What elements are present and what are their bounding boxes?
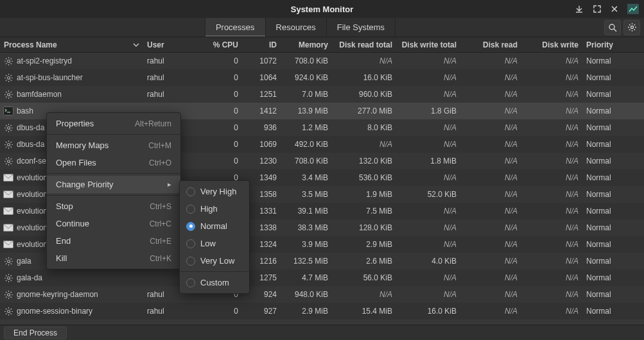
menu-continue[interactable]: Continue Ctrl+C bbox=[47, 215, 180, 232]
cell-disk-write: N/A bbox=[520, 173, 581, 182]
cell-disk-read-total: 1.9 MiB bbox=[331, 190, 395, 199]
table-row[interactable]: bamfdaemonrahul012517.0 MiB960.0 KiBN/AN… bbox=[0, 86, 644, 103]
svg-point-7 bbox=[7, 143, 10, 146]
minimize-icon[interactable] bbox=[575, 4, 584, 13]
col-disk-read[interactable]: Disk read bbox=[459, 40, 520, 49]
table-row[interactable]: gnome-keyring-daemonrahul0924948.0 KiBN/… bbox=[0, 286, 644, 303]
priority-low[interactable]: Low bbox=[180, 235, 249, 252]
cell-cpu: 0 bbox=[202, 157, 241, 166]
cell-disk-write: N/A bbox=[520, 106, 581, 115]
cell-id: 1069 bbox=[241, 140, 279, 149]
cell-cpu: 0 bbox=[202, 123, 241, 132]
cell-disk-write-total: N/A bbox=[395, 273, 459, 282]
tab-processes[interactable]: Processes bbox=[205, 18, 266, 37]
cell-disk-read-total: 128.0 KiB bbox=[331, 223, 395, 232]
cell-priority: Normal bbox=[581, 207, 632, 216]
radio-icon bbox=[186, 239, 195, 248]
col-disk-write[interactable]: Disk write bbox=[520, 40, 581, 49]
table-row[interactable]: at-spi-bus-launcherrahul01064924.0 KiB16… bbox=[0, 69, 644, 86]
cell-disk-read-total: 960.0 KiB bbox=[331, 90, 395, 99]
menu-separator bbox=[47, 195, 180, 196]
menu-properties[interactable]: Properties Alt+Return bbox=[47, 115, 180, 132]
col-id[interactable]: ID bbox=[241, 40, 279, 49]
process-icon bbox=[3, 72, 14, 83]
cell-id: 1412 bbox=[241, 106, 279, 115]
indicator-icon[interactable] bbox=[627, 4, 639, 14]
cell-disk-read-total: 277.0 MiB bbox=[331, 106, 395, 115]
process-icon bbox=[3, 305, 14, 317]
menu-end[interactable]: End Ctrl+E bbox=[47, 232, 180, 250]
cell-priority: Normal bbox=[581, 290, 632, 299]
col-priority[interactable]: Priority bbox=[581, 40, 632, 49]
cell-disk-write-total: 1.8 MiB bbox=[395, 157, 459, 166]
sort-indicator-icon bbox=[133, 43, 139, 47]
cell-disk-read-total: 536.0 KiB bbox=[331, 173, 395, 182]
process-name: bash bbox=[17, 106, 33, 115]
cell-disk-read-total: N/A bbox=[331, 56, 395, 65]
cell-memory: 708.0 KiB bbox=[279, 56, 331, 65]
menu-stop[interactable]: Stop Ctrl+S bbox=[47, 198, 180, 215]
svg-point-6 bbox=[7, 126, 10, 129]
cell-priority: Normal bbox=[581, 240, 632, 249]
svg-point-3 bbox=[7, 76, 10, 79]
cell-disk-read: N/A bbox=[459, 190, 520, 199]
priority-high[interactable]: High bbox=[180, 200, 249, 217]
cell-disk-write-total: N/A bbox=[395, 207, 459, 216]
process-name: evolution bbox=[17, 190, 48, 199]
cell-disk-read: N/A bbox=[459, 290, 520, 299]
col-cpu[interactable]: % CPU bbox=[202, 40, 241, 49]
cell-disk-write-total: N/A bbox=[395, 290, 459, 299]
maximize-icon[interactable] bbox=[593, 4, 602, 13]
priority-normal[interactable]: Normal bbox=[180, 217, 249, 235]
cell-user: rahul bbox=[144, 90, 202, 99]
cell-disk-write: N/A bbox=[520, 90, 581, 99]
process-name: evolution bbox=[17, 240, 48, 249]
priority-very-high[interactable]: Very High bbox=[180, 183, 249, 200]
svg-point-8 bbox=[7, 160, 10, 162]
table-row[interactable]: gala-da012754.7 MiB56.0 KiBN/AN/AN/ANorm… bbox=[0, 269, 644, 286]
process-name: at-spi-bus-launcher bbox=[17, 73, 83, 82]
tab-resources[interactable]: Resources bbox=[266, 18, 327, 37]
cell-disk-write: N/A bbox=[520, 307, 581, 316]
radio-icon bbox=[186, 205, 195, 214]
process-icon bbox=[3, 272, 14, 284]
close-icon[interactable] bbox=[611, 5, 618, 13]
menu-separator bbox=[180, 271, 249, 272]
cell-disk-read-total: 2.6 MiB bbox=[331, 257, 395, 266]
cell-disk-read: N/A bbox=[459, 123, 520, 132]
process-name: dbus-da bbox=[17, 140, 44, 149]
col-user[interactable]: User bbox=[144, 40, 202, 49]
cell-disk-write-total: N/A bbox=[395, 223, 459, 232]
cell-disk-read-total: 132.0 KiB bbox=[331, 157, 395, 166]
tab-filesystems[interactable]: File Systems bbox=[327, 18, 396, 37]
col-memory[interactable]: Memory bbox=[279, 40, 331, 49]
col-process-name[interactable]: Process Name bbox=[0, 40, 144, 49]
menu-open-files[interactable]: Open Files Ctrl+O bbox=[47, 154, 180, 171]
menu-memory-maps[interactable]: Memory Maps Ctrl+M bbox=[47, 137, 180, 154]
menu-change-priority[interactable]: Change Priority bbox=[47, 176, 180, 193]
cell-disk-write: N/A bbox=[520, 273, 581, 282]
cell-cpu: 0 bbox=[202, 56, 241, 65]
priority-very-low[interactable]: Very Low bbox=[180, 252, 249, 269]
cell-priority: Normal bbox=[581, 223, 632, 232]
svg-point-2 bbox=[7, 60, 10, 62]
cell-memory: 7.0 MiB bbox=[279, 90, 331, 99]
table-row[interactable]: gnome-session-binaryrahul09272.9 MiB15.4… bbox=[0, 303, 644, 319]
col-disk-write-total[interactable]: Disk write total bbox=[395, 40, 459, 49]
table-row[interactable]: at-spi2-registrydrahul01072708.0 KiBN/AN… bbox=[0, 53, 644, 69]
search-button[interactable] bbox=[604, 20, 621, 35]
cell-priority: Normal bbox=[581, 123, 632, 132]
svg-point-0 bbox=[609, 24, 614, 30]
cell-disk-read: N/A bbox=[459, 207, 520, 216]
end-process-button[interactable]: End Process bbox=[4, 327, 67, 339]
priority-custom[interactable]: Custom bbox=[180, 274, 249, 291]
col-disk-read-total[interactable]: Disk read total bbox=[331, 40, 395, 49]
cell-priority: Normal bbox=[581, 90, 632, 99]
cell-disk-read: N/A bbox=[459, 240, 520, 249]
menu-kill[interactable]: Kill Ctrl+K bbox=[47, 250, 180, 267]
cell-priority: Normal bbox=[581, 273, 632, 282]
cell-disk-read: N/A bbox=[459, 73, 520, 82]
process-icon bbox=[3, 55, 14, 67]
settings-button[interactable] bbox=[623, 20, 640, 35]
tabs: Processes Resources File Systems bbox=[205, 18, 396, 37]
